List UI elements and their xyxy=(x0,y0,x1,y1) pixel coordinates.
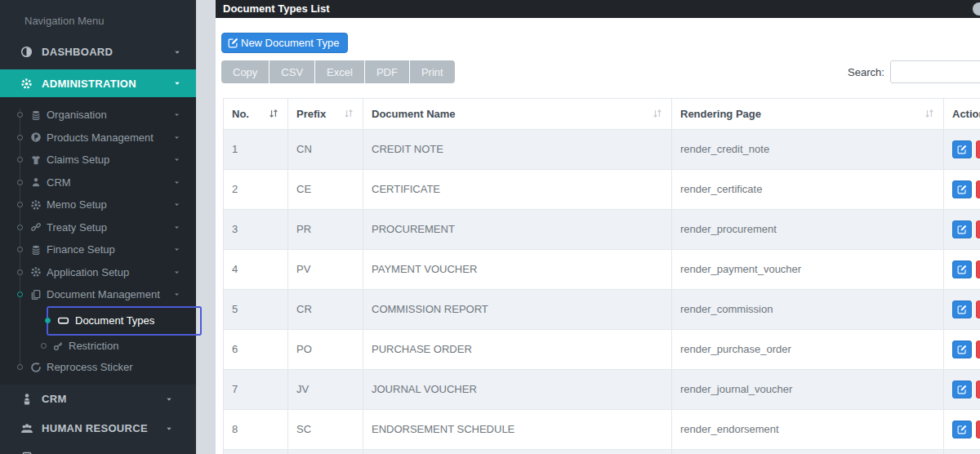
sidebar-item-crm[interactable]: CRM xyxy=(0,385,196,414)
sidebar-item-document-management[interactable]: Document Management xyxy=(0,283,196,306)
sidebar-item-human-resource[interactable]: HUMAN RESOURCE xyxy=(0,414,196,443)
bullet-icon xyxy=(41,343,47,349)
edit-button[interactable] xyxy=(952,140,972,158)
edit-icon xyxy=(228,38,238,48)
edit-button[interactable] xyxy=(952,381,972,398)
column-header-rendering-page[interactable]: Rendering Page xyxy=(672,99,944,130)
cell-prefix: PO xyxy=(288,330,363,370)
sidebar-item-claims-setup[interactable]: Claims Setup xyxy=(0,149,196,171)
card-icon xyxy=(57,314,69,327)
cell-rendering-page: render_commission xyxy=(672,290,944,330)
person-icon xyxy=(30,176,42,188)
cell-rendering-page: render_certificate xyxy=(672,170,944,210)
delete-button[interactable] xyxy=(976,340,980,358)
table-row: 5 CR COMMISSION REPORT render_commission xyxy=(224,290,980,330)
table-row: 7 JV JOURNAL VOUCHER render_journal_vouc… xyxy=(224,370,980,410)
sidebar-item-label: Memo Setup xyxy=(47,198,107,211)
cell-prefix: JV xyxy=(288,370,363,410)
sidebar-item-reprocess-sticker[interactable]: Reprocess Sticker xyxy=(0,357,196,378)
delete-button[interactable] xyxy=(976,180,980,198)
bullet-icon xyxy=(17,247,23,252)
sidebar-item-label: Products Management xyxy=(47,131,154,144)
column-header-no[interactable]: No. xyxy=(224,99,288,130)
delete-button[interactable] xyxy=(976,381,980,398)
sidebar-item-products-management[interactable]: Products Management xyxy=(0,127,196,149)
edit-icon xyxy=(957,225,967,234)
table-search: Search: xyxy=(848,60,980,83)
table-row: 6 PO PURCHASE ORDER render_purchase_orde… xyxy=(224,330,980,370)
delete-button[interactable] xyxy=(976,421,980,438)
caret-down-icon xyxy=(165,425,173,433)
edit-button[interactable] xyxy=(952,300,972,318)
column-header-action: Action xyxy=(944,99,980,130)
sidebar-item-treaty-setup[interactable]: Treaty Setup xyxy=(0,216,196,239)
delete-button[interactable] xyxy=(976,300,980,318)
pdf-button[interactable]: PDF xyxy=(365,60,410,83)
cell-document-name: CREDIT NOTE xyxy=(363,130,672,170)
search-input[interactable] xyxy=(890,60,980,83)
panel-collapse-icon[interactable] xyxy=(973,2,980,16)
edit-button[interactable] xyxy=(952,180,972,198)
sidebar-item-document-types[interactable]: Document Types xyxy=(47,306,202,336)
sidebar-item-memo-setup[interactable]: Memo Setup xyxy=(0,194,196,216)
cell-prefix: SC xyxy=(288,450,363,454)
delete-button[interactable] xyxy=(976,220,980,238)
person-podium-icon xyxy=(20,393,33,406)
edit-icon xyxy=(957,265,967,274)
table-row: 1 CN CREDIT NOTE render_credit_note xyxy=(224,130,980,170)
sidebar-item-administration[interactable]: ADMINISTRATION xyxy=(0,69,196,97)
delete-button[interactable] xyxy=(976,140,980,158)
export-button-group: Copy CSV Excel PDF Print xyxy=(221,60,455,83)
sidebar-gutter xyxy=(196,0,216,454)
sidebar-item-label: ADMINISTRATION xyxy=(42,78,136,90)
sidebar-item-restriction[interactable]: Restriction xyxy=(0,336,196,357)
copy-button[interactable]: Copy xyxy=(221,60,270,83)
caret-down-icon xyxy=(173,201,180,208)
excel-button[interactable]: Excel xyxy=(315,60,365,83)
cell-rendering-page: render_policy_schedules xyxy=(672,450,944,454)
print-button[interactable]: Print xyxy=(410,60,455,83)
edit-button[interactable] xyxy=(952,340,972,358)
sidebar-item-crm-setup[interactable]: CRM xyxy=(0,171,196,194)
table-row: 9 SC SCHEDULE render_policy_schedules xyxy=(224,450,980,454)
caret-down-icon xyxy=(173,111,180,118)
sidebar-item-label: Finance Setup xyxy=(47,243,115,256)
caret-down-icon xyxy=(173,179,180,186)
bullet-icon xyxy=(17,269,23,275)
sidebar-item-label: HUMAN RESOURCE xyxy=(42,422,148,434)
caret-down-icon xyxy=(173,291,180,298)
copy-icon xyxy=(30,289,42,300)
new-document-type-button[interactable]: New Document Type xyxy=(221,33,348,53)
caret-down-icon xyxy=(173,79,181,87)
cell-no: 7 xyxy=(224,370,288,410)
cell-action xyxy=(944,290,980,330)
cell-document-name: PURCHASE ORDER xyxy=(363,330,672,370)
sidebar-item-application-setup[interactable]: Application Setup xyxy=(0,261,196,284)
edit-icon xyxy=(957,185,967,194)
cell-prefix: PV xyxy=(288,250,363,290)
edit-icon xyxy=(957,385,967,394)
edit-icon xyxy=(957,305,967,314)
tshirt-icon xyxy=(30,154,42,166)
column-header-prefix[interactable]: Prefix xyxy=(288,99,363,130)
edit-button[interactable] xyxy=(952,421,972,438)
cell-rendering-page: render_endorsement xyxy=(672,410,944,450)
cell-no: 1 xyxy=(224,130,288,170)
delete-button[interactable] xyxy=(976,260,980,278)
cell-no: 4 xyxy=(224,250,288,290)
cell-document-name: COMMISSION REPORT xyxy=(363,290,672,330)
cell-document-name: CERTIFICATE xyxy=(363,170,672,210)
sidebar-item-organisation[interactable]: Organisation xyxy=(0,104,196,127)
edit-button[interactable] xyxy=(952,260,972,278)
cell-no: 5 xyxy=(224,290,288,330)
column-header-document-name[interactable]: Document Name xyxy=(363,99,672,130)
sidebar-header: Navigation Menu xyxy=(0,0,196,37)
cell-document-name: JOURNAL VOUCHER xyxy=(363,370,672,410)
edit-button[interactable] xyxy=(952,220,972,238)
csv-button[interactable]: CSV xyxy=(270,60,315,83)
sidebar-item-dashboard[interactable]: DASHBOARD xyxy=(0,37,196,67)
sidebar-item-memo-management[interactable]: MEMO MANAGEMENT xyxy=(0,443,196,454)
sidebar-item-finance-setup[interactable]: Finance Setup xyxy=(0,238,196,261)
bullet-icon xyxy=(45,318,51,323)
cell-prefix: CR xyxy=(288,290,363,330)
